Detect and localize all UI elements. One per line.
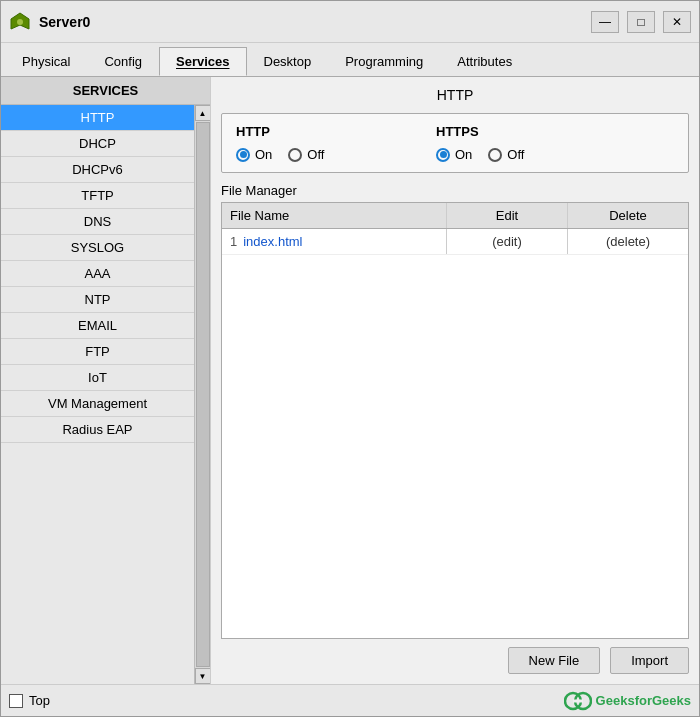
scroll-thumb[interactable]: [196, 122, 210, 667]
bottom-buttons: New File Import: [221, 647, 689, 674]
scroll-up-arrow[interactable]: ▲: [195, 105, 211, 121]
sidebar-header: SERVICES: [1, 77, 210, 105]
file-table-body: 1 index.html (edit) (delete): [222, 229, 688, 255]
file-row-edit-cell: (edit): [447, 229, 568, 254]
sidebar-item-vm[interactable]: VM Management: [1, 391, 194, 417]
file-delete-action[interactable]: (delete): [606, 234, 650, 249]
main-window: Server0 — □ ✕ Physical Config Services D…: [0, 0, 700, 717]
http-on-label: On: [255, 147, 272, 162]
file-table: File Name Edit Delete 1 index.html (edit…: [221, 202, 689, 639]
sidebar-item-ntp[interactable]: NTP: [1, 287, 194, 313]
http-on-radio[interactable]: [236, 148, 250, 162]
file-manager-label: File Manager: [221, 183, 689, 198]
sidebar-item-ftp[interactable]: FTP: [1, 339, 194, 365]
col-header-name: File Name: [222, 203, 447, 228]
sidebar-item-email[interactable]: EMAIL: [1, 313, 194, 339]
sidebar-item-radius[interactable]: Radius EAP: [1, 417, 194, 443]
geeksforgeeks-logo: GeeksforGeeks: [564, 690, 691, 712]
file-row-number: 1: [230, 234, 237, 249]
sidebar-item-dhcp[interactable]: DHCP: [1, 131, 194, 157]
https-on-radio[interactable]: [436, 148, 450, 162]
protocol-row: HTTP On Off: [236, 124, 674, 162]
protocol-section: HTTP On Off: [221, 113, 689, 173]
top-checkbox[interactable]: [9, 694, 23, 708]
file-row-name-cell: 1 index.html: [222, 229, 447, 254]
sidebar-item-syslog[interactable]: SYSLOG: [1, 235, 194, 261]
http-group: HTTP On Off: [236, 124, 396, 162]
http-off-radio[interactable]: [288, 148, 302, 162]
import-button[interactable]: Import: [610, 647, 689, 674]
close-button[interactable]: ✕: [663, 11, 691, 33]
sidebar-item-http[interactable]: HTTP: [1, 105, 194, 131]
http-off-label: Off: [307, 147, 324, 162]
table-row: 1 index.html (edit) (delete): [222, 229, 688, 255]
tab-config[interactable]: Config: [87, 47, 159, 76]
file-manager-section: File Manager File Name Edit Delete 1 ind…: [221, 183, 689, 674]
window-title: Server0: [39, 14, 591, 30]
https-on-option[interactable]: On: [436, 147, 472, 162]
content-title: HTTP: [221, 87, 689, 103]
sidebar-scrollbar: ▲ ▼: [194, 105, 210, 684]
https-off-radio[interactable]: [488, 148, 502, 162]
tab-desktop[interactable]: Desktop: [247, 47, 329, 76]
app-logo: [9, 11, 31, 33]
http-radio-row: On Off: [236, 147, 396, 162]
footer: Top GeeksforGeeks: [1, 684, 699, 716]
http-label: HTTP: [236, 124, 396, 139]
window-controls: — □ ✕: [591, 11, 691, 33]
sidebar-item-tftp[interactable]: TFTP: [1, 183, 194, 209]
file-row-delete-cell: (delete): [568, 229, 688, 254]
maximize-button[interactable]: □: [627, 11, 655, 33]
minimize-button[interactable]: —: [591, 11, 619, 33]
https-label: HTTPS: [436, 124, 596, 139]
sidebar-scroll-wrapper: HTTP DHCP DHCPv6 TFTP DNS SYSLOG AAA NTP…: [1, 105, 210, 684]
sidebar-item-iot[interactable]: IoT: [1, 365, 194, 391]
title-bar: Server0 — □ ✕: [1, 1, 699, 43]
sidebar: SERVICES HTTP DHCP DHCPv6 TFTP DNS SYSLO…: [1, 77, 211, 684]
scroll-down-arrow[interactable]: ▼: [195, 668, 211, 684]
https-group: HTTPS On Off: [436, 124, 596, 162]
svg-point-1: [17, 19, 23, 25]
tab-services[interactable]: Services: [159, 47, 247, 76]
https-off-option[interactable]: Off: [488, 147, 524, 162]
geeksforgeeks-text: GeeksforGeeks: [596, 693, 691, 708]
https-on-label: On: [455, 147, 472, 162]
https-off-label: Off: [507, 147, 524, 162]
http-on-option[interactable]: On: [236, 147, 272, 162]
new-file-button[interactable]: New File: [508, 647, 601, 674]
footer-left: Top: [9, 693, 50, 708]
file-table-header: File Name Edit Delete: [222, 203, 688, 229]
http-off-option[interactable]: Off: [288, 147, 324, 162]
sidebar-item-aaa[interactable]: AAA: [1, 261, 194, 287]
file-edit-action[interactable]: (edit): [492, 234, 522, 249]
sidebar-item-dns[interactable]: DNS: [1, 209, 194, 235]
tab-attributes[interactable]: Attributes: [440, 47, 529, 76]
col-header-edit: Edit: [447, 203, 568, 228]
file-name-link[interactable]: index.html: [243, 234, 302, 249]
top-label: Top: [29, 693, 50, 708]
tab-bar: Physical Config Services Desktop Program…: [1, 43, 699, 77]
https-radio-row: On Off: [436, 147, 596, 162]
col-header-delete: Delete: [568, 203, 688, 228]
geeksforgeeks-icon: [564, 690, 592, 712]
tab-physical[interactable]: Physical: [5, 47, 87, 76]
sidebar-item-dhcpv6[interactable]: DHCPv6: [1, 157, 194, 183]
content-area: HTTP HTTP On Off: [211, 77, 699, 684]
sidebar-list: HTTP DHCP DHCPv6 TFTP DNS SYSLOG AAA NTP…: [1, 105, 194, 684]
tab-programming[interactable]: Programming: [328, 47, 440, 76]
main-content: SERVICES HTTP DHCP DHCPv6 TFTP DNS SYSLO…: [1, 77, 699, 684]
